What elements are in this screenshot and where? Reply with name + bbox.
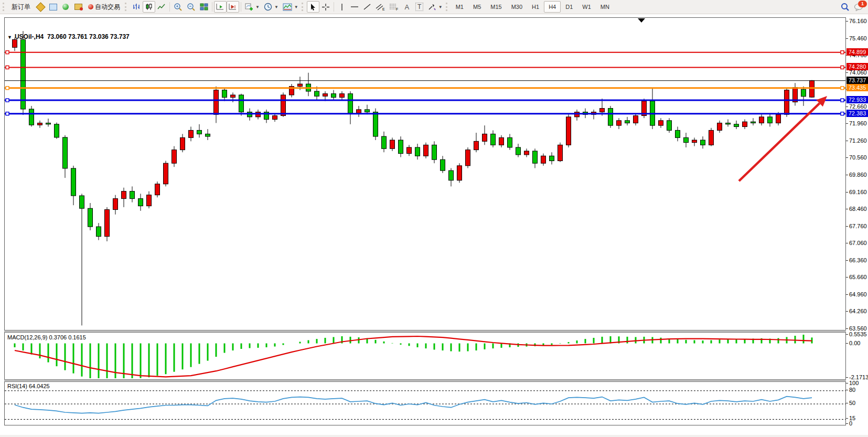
candle-up	[659, 118, 663, 128]
macd-panel[interactable]	[4, 332, 846, 380]
search-icon[interactable]	[841, 3, 850, 12]
axis-tickmark	[846, 383, 848, 383]
axis-tickmark	[846, 377, 848, 378]
notifications-button[interactable]: 1	[854, 3, 863, 11]
rsi-panel[interactable]	[4, 381, 846, 425]
timeframe-m15[interactable]: M15	[486, 1, 506, 13]
candle-down	[331, 90, 336, 100]
navigator-button[interactable]	[59, 1, 72, 13]
toolbar-separator	[334, 2, 334, 12]
chart-title: ▼USOil-,H4 73.060 73.761 73.036 73.737	[7, 33, 130, 40]
zoom-in-button[interactable]	[172, 1, 185, 13]
new-chart-button[interactable]: ▼	[243, 1, 262, 13]
timeframe-h4[interactable]: H4	[544, 1, 561, 13]
candle-down	[726, 119, 731, 126]
price-chart-panel[interactable]	[4, 17, 846, 331]
rsi-chart[interactable]	[5, 382, 845, 425]
new-chart-icon	[245, 3, 253, 10]
line-handle[interactable]	[841, 66, 844, 69]
timeframe-m1[interactable]: M1	[451, 1, 468, 13]
hline-74.899[interactable]	[5, 51, 845, 54]
timeframe-mn[interactable]: MN	[596, 1, 614, 13]
candle-up	[466, 147, 470, 168]
timeframe-m30[interactable]: M30	[507, 1, 527, 13]
line-handle[interactable]	[841, 51, 844, 54]
terminal-button[interactable]	[72, 1, 84, 13]
chart-symbol-period: USOil-,H4	[15, 33, 44, 40]
new-order-button[interactable]: 新订单	[8, 1, 34, 13]
cursor-button[interactable]	[307, 1, 319, 13]
market-watch-icon	[36, 2, 45, 12]
axis-tickmark	[846, 334, 848, 335]
equidistant-channel-button[interactable]: E	[373, 1, 387, 13]
axis-tickmark	[846, 21, 848, 22]
timeframe-d1[interactable]: D1	[561, 1, 577, 13]
axis-tickmark	[846, 260, 848, 261]
macd-signal-line	[15, 336, 812, 377]
price-tick: 65.660	[849, 274, 868, 280]
chart-shift-button[interactable]	[227, 1, 239, 13]
line-handle[interactable]	[841, 87, 844, 90]
candlestick-chart[interactable]	[5, 18, 845, 330]
zoom-out-button[interactable]	[185, 1, 198, 13]
period-button[interactable]: ▼	[262, 1, 281, 13]
candle-down	[508, 134, 512, 150]
candle-up	[642, 99, 647, 118]
trend-arrow[interactable]	[739, 96, 827, 181]
hline-72.933[interactable]	[5, 99, 845, 102]
fibonacci-button[interactable]: F	[387, 1, 401, 13]
crosshair-button[interactable]	[319, 1, 332, 13]
window-edge	[0, 435, 868, 437]
line-handle[interactable]	[6, 66, 9, 69]
candle-up	[793, 83, 798, 105]
collapse-caret-icon[interactable]: ▼	[7, 35, 12, 40]
navigator-icon	[62, 4, 69, 10]
toolbar-separator	[241, 2, 241, 12]
candle-down	[399, 136, 403, 157]
line-handle[interactable]	[841, 99, 844, 102]
auto-scroll-button[interactable]	[214, 1, 227, 13]
chart-marker-icon	[638, 18, 645, 23]
line-handle[interactable]	[6, 112, 9, 115]
candle-down	[441, 156, 445, 173]
equidistant-channel-icon: E	[376, 3, 385, 11]
line-handle[interactable]	[6, 51, 9, 54]
hline-74.280[interactable]	[5, 66, 845, 69]
text-tool-icon: A	[404, 3, 409, 11]
line-handle[interactable]	[6, 99, 9, 102]
chevron-down-icon: ▼	[438, 5, 443, 9]
timeframe-h1[interactable]: H1	[527, 1, 544, 13]
trendline-button[interactable]	[361, 1, 373, 13]
candle-down	[382, 132, 387, 153]
candle-up	[424, 143, 428, 158]
hline-72.383[interactable]	[5, 112, 845, 115]
panel-splitter[interactable]	[4, 331, 846, 332]
bar-chart-button[interactable]	[130, 1, 143, 13]
timeframe-m5[interactable]: M5	[468, 1, 486, 13]
arrows-tool-button[interactable]: ▼	[426, 1, 445, 13]
candle-down	[650, 88, 655, 130]
line-handle[interactable]	[841, 112, 844, 115]
axis-tickmark	[846, 106, 848, 107]
line-handle[interactable]	[6, 87, 9, 90]
candle-down	[197, 124, 202, 138]
text-label-button[interactable]: T	[413, 1, 426, 13]
market-watch-button[interactable]	[34, 1, 47, 13]
tile-windows-button[interactable]	[198, 1, 210, 13]
horizontal-line-button[interactable]	[348, 1, 361, 13]
candle-down	[138, 194, 143, 211]
candle-up	[340, 91, 345, 100]
text-button[interactable]: A	[401, 1, 413, 13]
vertical-line-button[interactable]	[336, 1, 348, 13]
timeframe-w1[interactable]: W1	[577, 1, 596, 13]
panel-splitter[interactable]	[4, 380, 846, 381]
data-window-button[interactable]	[47, 1, 59, 13]
candlestick-chart-icon	[145, 3, 153, 10]
hline-73.435[interactable]	[5, 87, 845, 90]
line-chart-button[interactable]	[155, 1, 168, 13]
macd-chart[interactable]	[5, 333, 845, 379]
templates-button[interactable]: ▼	[281, 1, 301, 13]
candlestick-chart-button[interactable]	[143, 1, 155, 13]
notification-badge: 1	[858, 1, 867, 7]
auto-trading-button[interactable]: 自动交易	[84, 1, 124, 13]
